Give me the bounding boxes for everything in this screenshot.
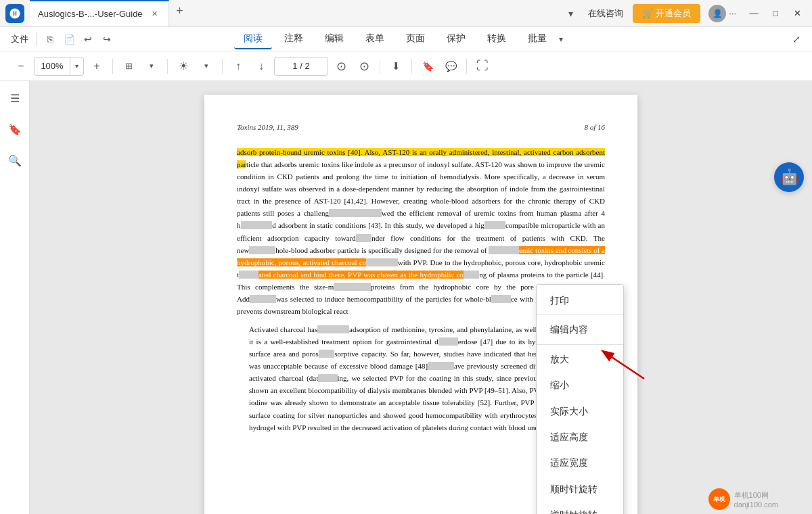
divider5 — [411, 59, 412, 74]
page-icon[interactable]: 📄 — [60, 30, 78, 48]
close-btn[interactable]: ✕ — [788, 4, 807, 23]
assistant-button[interactable]: 🤖 — [774, 162, 804, 192]
user-avatar: 👤 — [708, 5, 726, 22]
bookmark-btn[interactable]: 🔖 — [418, 56, 438, 76]
file-menu-group: 文件 ⎘ 📄 ↩ ↪ — [7, 30, 116, 48]
pdf-journal-ref: Toxins 2019, 11, 389 — [237, 122, 298, 134]
zoom-box: 100% ▾ — [34, 57, 84, 76]
context-menu-fit-height[interactable]: 适应高度 — [537, 424, 623, 450]
divider2 — [167, 59, 168, 74]
app-logo — [5, 4, 24, 23]
svg-line-1 — [604, 352, 644, 379]
minimize-btn[interactable]: — — [744, 4, 763, 23]
zoom-value[interactable]: 100% — [35, 61, 70, 71]
context-menu: 打印 编辑内容 放大 缩小 实际大小 适应高度 适应宽度 顺时针旋转 逆时针旋转 — [536, 284, 624, 514]
dropdown-icon[interactable]: ▾ — [563, 8, 579, 19]
vip-button[interactable]: 🛒 开通会员 — [633, 4, 700, 23]
highlight-1: adsorb protein-bound uremic toxins [40].… — [237, 148, 605, 168]
sidebar-menu-icon[interactable]: ☰ — [5, 88, 25, 108]
fullscreen-btn[interactable]: ⛶ — [472, 56, 493, 76]
context-menu-actual-size[interactable]: 实际大小 — [537, 398, 623, 424]
titlebar: Auslogics-B-...-User-Guide ✕ + ▾ 在线咨询 🛒 … — [0, 0, 812, 27]
menubar-right: ⤢ — [788, 30, 805, 48]
undo-icon[interactable]: ↩ — [79, 30, 97, 48]
menu-more-btn[interactable]: ▾ — [559, 34, 563, 44]
context-menu-divider — [537, 314, 623, 315]
divider4 — [380, 59, 380, 74]
comment-btn[interactable]: 💬 — [441, 56, 461, 76]
divider6 — [466, 59, 467, 74]
brightness-btn[interactable]: ☀ — [173, 56, 194, 76]
sidebar-left: ☰ 🔖 🔍 — [0, 81, 30, 514]
highlight-orange-1: emic toxins and consists of a hydrophobi… — [237, 246, 605, 266]
arrow-indicator — [590, 345, 651, 389]
vip-label: 开通会员 — [656, 7, 691, 20]
tab-page[interactable]: 页面 — [397, 29, 434, 49]
zoom-out-btn[interactable]: − — [11, 56, 31, 76]
zoom-in-btn[interactable]: + — [87, 56, 107, 76]
pdf-page: Toxins 2019, 11, 389 8 of 16 adsorb prot… — [204, 95, 637, 514]
watermark: 单机 单机100网 danji100.com — [708, 488, 778, 510]
tab-convert[interactable]: 转换 — [478, 29, 516, 49]
context-menu-rotate-cw[interactable]: 顺时针旋转 — [537, 476, 623, 502]
active-tab[interactable]: Auslogics-B-...-User-Guide ✕ — [30, 0, 169, 26]
watermark-text: 单机100网 danji100.com — [734, 490, 778, 509]
titlebar-right: ▾ 在线咨询 🛒 开通会员 👤 ··· — □ ✕ — [563, 4, 807, 23]
highlight-orange-2: ated charcoal and bind there. PVP was ch… — [258, 271, 464, 279]
assistant-icon: 🤖 — [780, 168, 798, 186]
divider1 — [112, 59, 113, 74]
zoom-dropdown-btn[interactable]: ▾ — [70, 57, 83, 76]
add-tab-btn[interactable]: + — [169, 0, 191, 22]
tab-protect[interactable]: 保护 — [437, 29, 475, 49]
prev-page-btn[interactable]: ↑ — [228, 56, 248, 76]
tab-close-btn[interactable]: ✕ — [150, 9, 160, 20]
page-indicator[interactable]: 1 / 2 — [274, 57, 328, 76]
user-ellipsis: ··· — [729, 8, 736, 18]
divider — [37, 32, 37, 46]
redo-icon[interactable]: ↪ — [98, 30, 116, 48]
menubar: 文件 ⎘ 📄 ↩ ↪ 阅读 注释 编辑 表单 页面 保护 转换 批量 ▾ ⤢ — [0, 27, 812, 51]
context-menu-print[interactable]: 打印 — [537, 287, 623, 313]
online-consult-btn[interactable]: 在线咨询 — [581, 5, 630, 22]
toolbar: − 100% ▾ + ⊞ ▾ ☀ ▾ ↑ ↓ 1 / 2 ⊙ ⊙ ⬇ 🔖 💬 ⛶ — [0, 51, 812, 81]
page-next-btn[interactable]: ⊙ — [354, 56, 374, 76]
tab-read[interactable]: 阅读 — [234, 29, 272, 49]
download-btn[interactable]: ⬇ — [386, 56, 406, 76]
file-menu-btn[interactable]: 文件 — [7, 30, 32, 48]
menubar-tabs: 阅读 注释 编辑 表单 页面 保护 转换 批量 ▾ — [234, 29, 563, 49]
tab-bar: Auslogics-B-...-User-Guide ✕ + — [30, 0, 563, 26]
maximize-btn[interactable]: □ — [766, 4, 785, 23]
page-size-dropdown-btn[interactable]: ▾ — [141, 56, 162, 76]
copy-icon[interactable]: ⎘ — [41, 30, 59, 48]
context-menu-fit-width[interactable]: 适应宽度 — [537, 450, 623, 475]
brightness-dropdown-btn[interactable]: ▾ — [196, 56, 217, 76]
pdf-header: Toxins 2019, 11, 389 8 of 16 — [237, 122, 605, 137]
sidebar-search-icon[interactable]: 🔍 — [5, 150, 25, 170]
user-area[interactable]: 👤 ··· — [703, 5, 742, 22]
context-menu-edit-content[interactable]: 编辑内容 — [537, 317, 623, 342]
tab-batch[interactable]: 批量 — [518, 29, 556, 49]
pdf-area: Toxins 2019, 11, 389 8 of 16 adsorb prot… — [30, 81, 812, 514]
vip-cart-icon: 🛒 — [642, 8, 653, 18]
divider3 — [222, 59, 223, 74]
tab-form[interactable]: 表单 — [356, 29, 394, 49]
expand-icon[interactable]: ⤢ — [788, 30, 805, 48]
tab-edit[interactable]: 编辑 — [315, 29, 353, 49]
tab-annotate[interactable]: 注释 — [275, 29, 313, 49]
page-size-btn[interactable]: ⊞ — [118, 56, 139, 76]
context-menu-rotate-ccw[interactable]: 逆时针旋转 — [537, 502, 623, 514]
page-prev-btn[interactable]: ⊙ — [331, 56, 351, 76]
tab-title: Auslogics-B-...-User-Guide — [38, 9, 143, 19]
next-page-down-btn[interactable]: ↓ — [251, 56, 271, 76]
sidebar-bookmark-icon[interactable]: 🔖 — [5, 119, 25, 139]
watermark-logo: 单机 — [708, 488, 730, 510]
pdf-page-num: 8 of 16 — [584, 122, 605, 134]
main-area: ☰ 🔖 🔍 Toxins 2019, 11, 389 8 of 16 adsor… — [0, 81, 812, 514]
